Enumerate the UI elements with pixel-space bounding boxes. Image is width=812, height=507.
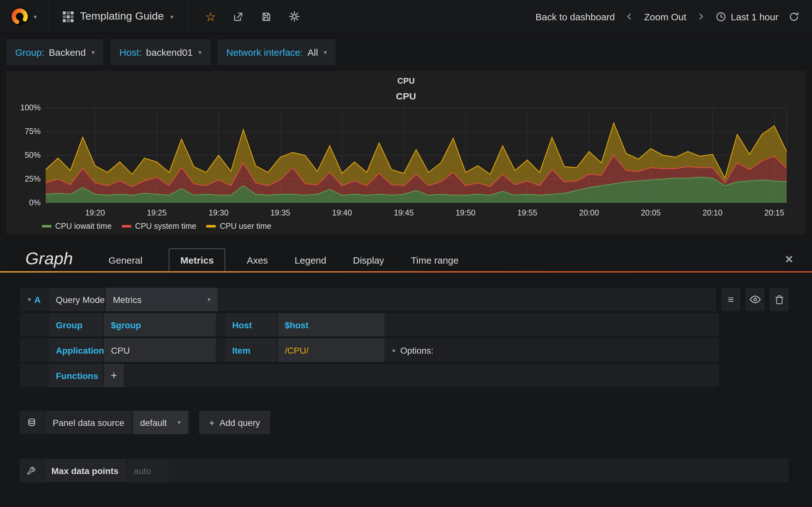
legend-item[interactable]: CPU iowait time — [42, 222, 112, 231]
trash-icon — [774, 294, 784, 304]
zoom-out-button[interactable]: Zoom Out — [644, 11, 687, 22]
chevron-down-icon: ▾ — [28, 296, 31, 303]
application-field-value: CPU — [111, 345, 130, 355]
datasource-select[interactable]: default ▾ — [133, 411, 188, 434]
tab-general[interactable]: General — [108, 249, 142, 271]
svg-text:20:10: 20:10 — [703, 208, 722, 217]
query-mode-label: Query Mode — [49, 288, 104, 311]
svg-text:19:30: 19:30 — [209, 208, 229, 217]
share-dashboard-button[interactable] — [233, 11, 244, 22]
add-query-button[interactable]: + Add query — [199, 411, 270, 434]
host-field-value: $host — [285, 320, 309, 330]
clock-icon — [716, 11, 726, 22]
svg-text:0%: 0% — [29, 198, 41, 207]
series-swatch — [122, 225, 131, 228]
query-mode-select[interactable]: Metrics ▾ — [106, 288, 217, 311]
eye-icon — [750, 294, 760, 305]
series-swatch — [42, 225, 51, 228]
tab-time-range[interactable]: Time range — [411, 249, 459, 271]
cpu-usage-chart[interactable]: 0%25%50%75%100%19:2019:2519:3019:3519:40… — [13, 103, 799, 221]
tab-display[interactable]: Display — [353, 249, 384, 271]
dashboard-settings-button[interactable] — [289, 11, 300, 22]
query-actions: ≡ — [721, 288, 789, 311]
delete-query-button[interactable] — [769, 288, 789, 311]
tab-axes[interactable]: Axes — [247, 249, 268, 271]
query-row-a: ▾ A Query Mode Metrics ▾ ≡ — [20, 288, 789, 311]
svg-text:100%: 100% — [20, 103, 41, 112]
grafana-menu-button[interactable]: ▾ — [0, 0, 49, 33]
time-shift-back-button[interactable] — [625, 12, 634, 21]
query-a-collapse[interactable]: ▾ A — [20, 288, 49, 311]
close-editor-button[interactable]: × — [781, 251, 797, 266]
svg-text:19:20: 19:20 — [85, 208, 105, 217]
variable-group-label: Group: — [15, 47, 44, 58]
panel-editor: Graph General Metrics Axes Legend Displa… — [0, 234, 812, 482]
panel-title[interactable]: CPU — [13, 73, 799, 86]
refresh-button[interactable] — [789, 11, 799, 22]
group-field-label: Group — [49, 313, 102, 337]
item-field-input[interactable]: /CPU/ — [278, 338, 385, 362]
tab-metrics[interactable]: Metrics — [169, 248, 225, 271]
variable-group-dropdown[interactable]: Group: Backend ▾ — [6, 39, 104, 65]
svg-text:20:15: 20:15 — [764, 208, 784, 217]
tab-legend[interactable]: Legend — [295, 249, 326, 271]
max-data-points-input[interactable] — [128, 459, 169, 482]
save-dashboard-button[interactable] — [261, 11, 272, 22]
variable-group-value: Backend — [49, 47, 86, 58]
plus-icon: + — [111, 369, 117, 382]
dashboard-title-dropdown[interactable]: Templating Guide ▾ — [49, 0, 188, 33]
toggle-query-visibility-button[interactable] — [745, 288, 764, 311]
editor-tabs: General Metrics Axes Legend Display Time… — [108, 248, 485, 271]
legend-item[interactable]: CPU system time — [122, 222, 196, 231]
max-data-points-label: Max data points — [44, 459, 125, 482]
chevron-down-icon: ▾ — [177, 419, 181, 426]
chevron-down-icon: ▾ — [170, 13, 173, 20]
variable-host-label: Host: — [119, 47, 142, 58]
panel-type-title: Graph — [26, 249, 73, 269]
svg-text:20:05: 20:05 — [641, 208, 661, 217]
svg-text:19:50: 19:50 — [455, 208, 475, 217]
zoom-out-label: Zoom Out — [644, 11, 687, 22]
time-range-label: Last 1 hour — [731, 11, 778, 22]
application-field-input[interactable]: CPU — [104, 338, 216, 362]
back-to-dashboard-button[interactable]: Back to dashboard — [536, 11, 615, 22]
item-field-value: /CPU/ — [285, 345, 309, 355]
gear-icon — [289, 11, 300, 22]
svg-text:75%: 75% — [25, 127, 41, 135]
series-label: CPU iowait time — [55, 222, 112, 231]
chevron-right-icon — [697, 12, 705, 21]
variable-host-value: backend01 — [146, 47, 193, 58]
svg-text:19:45: 19:45 — [394, 208, 414, 217]
refresh-icon — [789, 11, 799, 22]
variable-host-dropdown[interactable]: Host: backend01 ▾ — [111, 39, 211, 65]
variable-network-interface-dropdown[interactable]: Network interface: All ▾ — [217, 39, 336, 65]
add-query-label: Add query — [219, 417, 260, 428]
datasource-value: default — [140, 417, 167, 428]
datasource-label: Panel data source — [46, 411, 131, 434]
svg-text:19:55: 19:55 — [517, 208, 537, 217]
grafana-app: ▾ Templating Guide ▾ ☆ — [0, 0, 812, 507]
chevron-down-icon: ▾ — [34, 13, 37, 20]
plus-icon: + — [209, 417, 214, 428]
time-shift-forward-button[interactable] — [697, 12, 705, 21]
svg-text:19:40: 19:40 — [332, 208, 352, 217]
add-function-button[interactable]: + — [104, 364, 124, 387]
group-field-input[interactable]: $group — [104, 313, 216, 337]
star-dashboard-button[interactable]: ☆ — [205, 10, 216, 22]
chevron-right-icon: ▸ — [393, 347, 396, 354]
navbar: ▾ Templating Guide ▾ ☆ — [0, 0, 812, 34]
datasource-row: Panel data source default ▾ + Add query — [20, 411, 789, 434]
legend-item[interactable]: CPU user time — [206, 222, 271, 231]
grafana-logo — [9, 6, 31, 27]
application-field-label: Application — [49, 338, 102, 362]
svg-text:20:00: 20:00 — [579, 208, 599, 217]
query-menu-button[interactable]: ≡ — [721, 288, 740, 311]
svg-text:19:25: 19:25 — [147, 208, 167, 217]
host-field-input[interactable]: $host — [278, 313, 385, 337]
dashboard-grid-icon — [63, 11, 73, 22]
chart-legend: CPU iowait time CPU system time CPU user… — [42, 222, 799, 231]
template-variables-row: Group: Backend ▾ Host: backend01 ▾ Netwo… — [6, 39, 812, 65]
time-picker-button[interactable]: Last 1 hour — [716, 11, 778, 22]
share-icon — [233, 11, 244, 22]
options-toggle[interactable]: ▸ Options: — [393, 338, 433, 362]
